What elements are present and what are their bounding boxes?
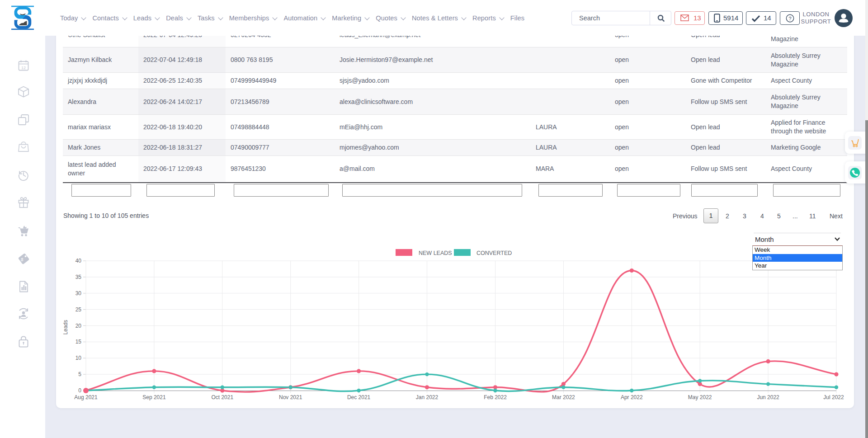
svg-text:10: 10 bbox=[75, 355, 82, 361]
svg-text:12: 12 bbox=[21, 66, 26, 70]
svg-text:May 2022: May 2022 bbox=[688, 394, 712, 400]
svg-text:0: 0 bbox=[78, 387, 81, 394]
svg-text:Nov 2021: Nov 2021 bbox=[279, 394, 302, 400]
svg-text:Feb 2022: Feb 2022 bbox=[484, 394, 507, 400]
svg-text:Jan 2022: Jan 2022 bbox=[416, 394, 439, 400]
svg-text:Dec 2021: Dec 2021 bbox=[347, 394, 371, 400]
svg-text:Jun 2022: Jun 2022 bbox=[757, 394, 779, 400]
svg-text:Jul 2022: Jul 2022 bbox=[823, 394, 844, 400]
svg-text:CONVERTED: CONVERTED bbox=[476, 250, 512, 256]
svg-text:Mar 2022: Mar 2022 bbox=[552, 394, 575, 400]
svg-text:Oct 2021: Oct 2021 bbox=[211, 394, 233, 400]
svg-text:NEW LEADS: NEW LEADS bbox=[419, 250, 452, 256]
svg-text:35: 35 bbox=[75, 274, 82, 280]
svg-text:Sep 2021: Sep 2021 bbox=[142, 394, 166, 400]
svg-text:Leads: Leads bbox=[63, 320, 69, 335]
svg-text:15: 15 bbox=[75, 339, 82, 345]
svg-text:Apr 2022: Apr 2022 bbox=[621, 394, 643, 400]
svg-text:Aug 2021: Aug 2021 bbox=[74, 394, 98, 400]
svg-text:30: 30 bbox=[75, 290, 82, 297]
svg-text:40: 40 bbox=[75, 258, 82, 264]
svg-text:5: 5 bbox=[78, 371, 81, 377]
svg-text:25: 25 bbox=[75, 306, 82, 313]
svg-text:?: ? bbox=[788, 16, 791, 21]
svg-text:20: 20 bbox=[75, 323, 82, 329]
